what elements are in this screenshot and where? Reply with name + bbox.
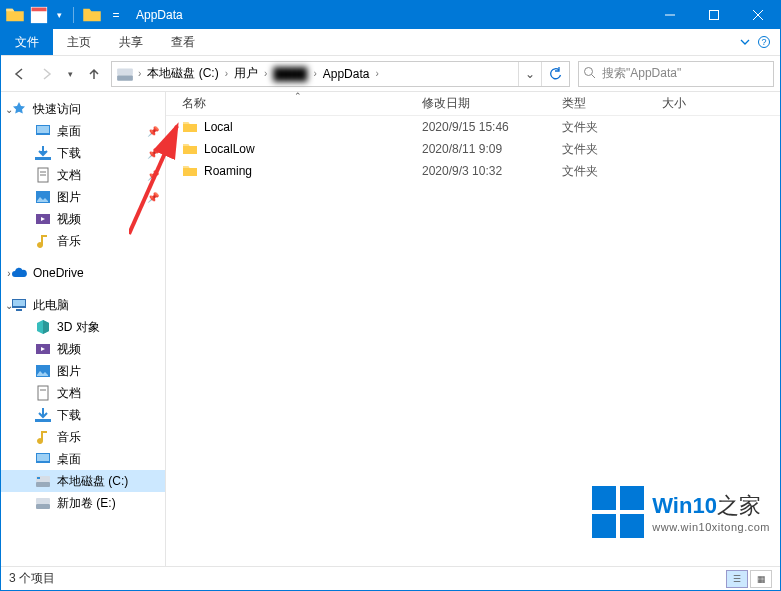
svg-rect-37 [620, 514, 644, 538]
sidebar-item-drive-e[interactable]: 新加卷 (E:) [1, 492, 165, 514]
column-header-type[interactable]: 类型 [562, 95, 662, 112]
picture-icon [35, 363, 51, 379]
download-icon [35, 407, 51, 423]
search-input[interactable]: 搜索"AppData" [578, 61, 774, 87]
sidebar-item-music-pc[interactable]: 音乐 [1, 426, 165, 448]
status-item-count: 3 个项目 [9, 570, 55, 587]
ribbon: 文件 主页 共享 查看 ? [1, 29, 780, 56]
pin-icon: 📌 [147, 192, 159, 203]
qat-properties-icon[interactable] [29, 5, 49, 25]
svg-rect-23 [38, 386, 48, 400]
file-row[interactable]: Local 2020/9/15 15:46 文件夹 [166, 116, 780, 138]
refresh-button[interactable] [541, 62, 567, 86]
up-button[interactable] [81, 62, 107, 86]
pin-icon: 📌 [147, 170, 159, 181]
sidebar-this-pc[interactable]: ⌄ 此电脑 [1, 294, 165, 316]
file-list: Local 2020/9/15 15:46 文件夹 LocalLow 2020/… [166, 116, 780, 182]
chevron-right-icon[interactable]: › [311, 68, 318, 79]
search-icon [583, 66, 596, 82]
breadcrumb-dropdown-icon[interactable]: ⌄ [518, 62, 541, 86]
sidebar-item-drive-c[interactable]: 本地磁盘 (C:) [1, 470, 165, 492]
svg-rect-11 [37, 126, 49, 133]
maximize-button[interactable] [692, 1, 736, 29]
drive-icon [116, 65, 134, 83]
svg-rect-27 [37, 454, 49, 461]
folder-icon [182, 163, 198, 179]
tab-home[interactable]: 主页 [53, 29, 105, 55]
sidebar-item-pictures[interactable]: 图片📌 [1, 186, 165, 208]
sidebar-item-music[interactable]: 音乐 [1, 230, 165, 252]
watermark: Win10之家 www.win10xitong.com [592, 486, 770, 538]
chevron-down-icon[interactable]: ⌄ [3, 300, 15, 311]
desktop-icon [35, 123, 51, 139]
svg-rect-1 [32, 8, 47, 12]
desktop-icon [35, 451, 51, 467]
search-placeholder: 搜索"AppData" [602, 65, 681, 82]
windows-logo-icon [592, 486, 644, 538]
video-icon [35, 211, 51, 227]
content-pane[interactable]: ⌃ 名称 修改日期 类型 大小 Local 2020/9/15 15:46 文件… [166, 92, 780, 566]
video-icon [35, 341, 51, 357]
sidebar-item-documents[interactable]: 文档📌 [1, 164, 165, 186]
sidebar-item-documents-pc[interactable]: 文档 [1, 382, 165, 404]
svg-rect-12 [35, 157, 51, 160]
crumb-user-redacted[interactable]: ████ [269, 67, 311, 81]
sidebar-item-downloads-pc[interactable]: 下载 [1, 404, 165, 426]
file-row[interactable]: Roaming 2020/9/3 10:32 文件夹 [166, 160, 780, 182]
back-button[interactable] [7, 62, 31, 86]
sidebar-item-pictures-pc[interactable]: 图片 [1, 360, 165, 382]
svg-rect-32 [36, 498, 50, 504]
sidebar-item-videos[interactable]: 视频 [1, 208, 165, 230]
qat-open-folder-icon[interactable] [82, 5, 102, 25]
ribbon-expand-icon[interactable]: ? [728, 29, 780, 55]
folder-icon [182, 141, 198, 157]
tab-share[interactable]: 共享 [105, 29, 157, 55]
folder-icon [182, 119, 198, 135]
file-tab[interactable]: 文件 [1, 29, 53, 55]
svg-line-9 [592, 74, 596, 78]
crumb-appdata[interactable]: AppData [319, 67, 374, 81]
qat-equals-icon[interactable]: = [106, 5, 126, 25]
chevron-right-icon[interactable]: › [262, 68, 269, 79]
view-icons-button[interactable]: ▦ [750, 570, 772, 588]
qat-dropdown-icon[interactable]: ▾ [53, 5, 65, 25]
column-header-date[interactable]: 修改日期 [422, 95, 562, 112]
crumb-drive[interactable]: 本地磁盘 (C:) [143, 65, 222, 82]
sidebar[interactable]: ⌄ 快速访问 桌面📌 下载📌 文档📌 图片📌 视频 音乐 › OneDrive … [1, 92, 166, 566]
download-icon [35, 145, 51, 161]
chevron-right-icon[interactable]: › [136, 68, 143, 79]
sidebar-item-videos-pc[interactable]: 视频 [1, 338, 165, 360]
chevron-right-icon[interactable]: › [3, 268, 15, 279]
sidebar-quick-access[interactable]: ⌄ 快速访问 [1, 98, 165, 120]
chevron-right-icon[interactable]: › [373, 68, 380, 79]
tab-view[interactable]: 查看 [157, 29, 209, 55]
breadcrumb[interactable]: › 本地磁盘 (C:) › 用户 › ████ › AppData › ⌄ [111, 61, 570, 87]
forward-button[interactable] [35, 62, 59, 86]
column-header-name[interactable]: 名称 [182, 95, 422, 112]
svg-rect-31 [36, 504, 50, 509]
help-icon[interactable]: ? [758, 36, 770, 48]
close-button[interactable] [736, 1, 780, 29]
crumb-users[interactable]: 用户 [230, 65, 262, 82]
navbar: ▾ › 本地磁盘 (C:) › 用户 › ████ › AppData › ⌄ … [1, 56, 780, 92]
column-headers: ⌃ 名称 修改日期 类型 大小 [166, 92, 780, 116]
sidebar-item-downloads[interactable]: 下载📌 [1, 142, 165, 164]
file-row[interactable]: LocalLow 2020/8/11 9:09 文件夹 [166, 138, 780, 160]
svg-rect-36 [592, 514, 616, 538]
titlebar: ▾ = AppData [1, 1, 780, 29]
chevron-right-icon[interactable]: › [223, 68, 230, 79]
column-header-size[interactable]: 大小 [662, 95, 722, 112]
chevron-down-icon[interactable]: ⌄ [3, 104, 15, 115]
sidebar-item-3dobjects[interactable]: 3D 对象 [1, 316, 165, 338]
sidebar-item-desktop[interactable]: 桌面📌 [1, 120, 165, 142]
svg-rect-34 [592, 486, 616, 510]
recent-dropdown-icon[interactable]: ▾ [63, 62, 77, 86]
svg-rect-30 [37, 477, 40, 479]
sidebar-item-desktop-pc[interactable]: 桌面 [1, 448, 165, 470]
window-title: AppData [136, 8, 183, 22]
svg-rect-20 [16, 309, 22, 311]
sidebar-onedrive[interactable]: › OneDrive [1, 262, 165, 284]
minimize-button[interactable] [648, 1, 692, 29]
music-icon [35, 429, 51, 445]
view-details-button[interactable]: ☰ [726, 570, 748, 588]
